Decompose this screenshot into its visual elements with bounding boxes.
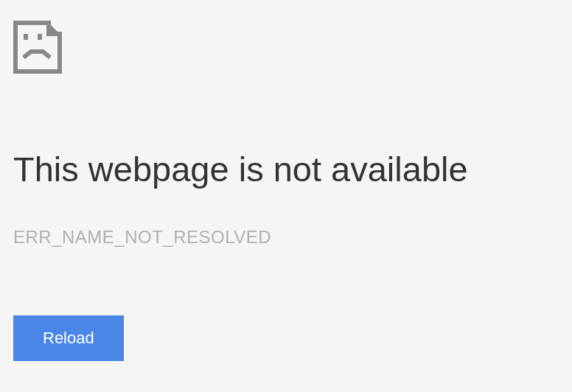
sad-document-icon <box>13 21 62 77</box>
error-code: ERR_NAME_NOT_RESOLVED <box>13 227 559 248</box>
error-title: This webpage is not available <box>13 150 559 189</box>
svg-rect-1 <box>38 34 42 40</box>
svg-rect-0 <box>24 34 28 40</box>
error-icon-wrapper <box>13 21 559 77</box>
reload-button[interactable]: Reload <box>13 315 124 361</box>
